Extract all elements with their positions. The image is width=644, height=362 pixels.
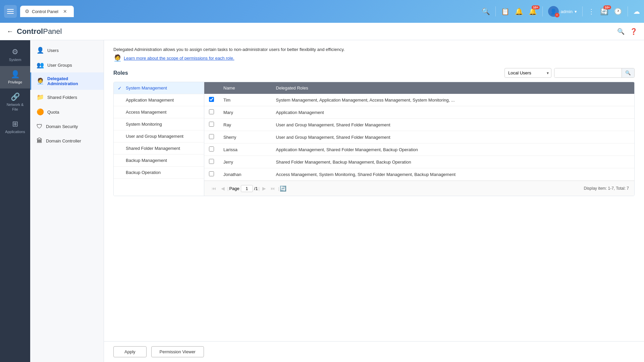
col-header-name: Name xyxy=(219,82,271,94)
permission-viewer-button[interactable]: Permission Viewer xyxy=(151,346,204,357)
history-button[interactable]: 🔔 xyxy=(515,7,523,15)
roles-header: Roles Local Users Domain Users ▾ 🔍 xyxy=(113,68,635,78)
system-icon: ⚙ xyxy=(12,48,18,56)
admin-button[interactable]: 👤 + admin ▾ xyxy=(548,6,577,17)
subsidebar-label-sharedfolders: Shared Folders xyxy=(47,95,77,100)
row-roles: System Management, Application Managemen… xyxy=(271,94,634,106)
sidebar-item-network[interactable]: 🔗 Network &File xyxy=(0,88,30,115)
prev-page-button[interactable]: ◀ xyxy=(219,184,227,192)
role-item-access-mgmt[interactable]: Access Management xyxy=(114,106,204,118)
role-item-backup-mgmt[interactable]: Backup Management xyxy=(114,155,204,167)
more-options-icon: ⋮ xyxy=(588,7,595,15)
cloud-button[interactable]: ☁ xyxy=(633,7,640,15)
row-roles: User and Group Management, Shared Folder… xyxy=(271,131,634,143)
role-item-user-group-mgmt[interactable]: User and Group Management xyxy=(114,130,204,142)
back-button[interactable]: ← xyxy=(7,27,13,35)
role-label-backup-mgmt: Backup Management xyxy=(126,158,167,163)
info-link[interactable]: Learn more about the scope of permission… xyxy=(124,56,234,61)
clock-button[interactable]: 🕐 xyxy=(614,7,622,15)
row-checkbox-5[interactable] xyxy=(209,146,214,152)
role-item-sys-mgmt[interactable]: ✓ System Management xyxy=(114,82,204,94)
sidebar-item-system[interactable]: ⚙ System xyxy=(0,44,30,66)
row-checkbox-7[interactable] xyxy=(209,171,214,176)
subsidebar-label-domaincontroller: Domain Controller xyxy=(46,138,81,143)
admin-plus-badge: + xyxy=(555,13,559,17)
bell-badge: 10+ xyxy=(532,5,539,9)
divider-3 xyxy=(582,6,583,16)
subsidebar-label-users: Users xyxy=(47,48,59,53)
row-checkbox-2[interactable] xyxy=(209,109,214,114)
top-bar-right: 🔍 📋 🔔 🔔 10+ 👤 + admin ▾ ⋮ 🔄 10+ xyxy=(482,6,640,17)
row-checkbox-6[interactable] xyxy=(209,159,214,164)
search-input[interactable] xyxy=(554,68,622,77)
sidebar-item-label-applications: Applications xyxy=(5,130,25,134)
row-roles: Application Management, Shared Folder Ma… xyxy=(271,143,634,156)
page-number-input[interactable] xyxy=(241,185,253,192)
row-checkbox-4[interactable] xyxy=(209,134,214,139)
sidebar-item-label-privilege: Privilege xyxy=(8,80,22,84)
row-checkbox-cell xyxy=(204,131,219,143)
tab-title: Control Panel xyxy=(32,9,58,14)
content-footer: Apply Permission Viewer xyxy=(104,341,644,362)
domaincontroller-icon: 🏛 xyxy=(37,137,43,144)
divider-2 xyxy=(542,6,543,16)
pagination: ⏮ ◀ | Page /1 | ▶ ⏭ | � xyxy=(204,181,634,196)
notification-button[interactable]: 🔔 10+ xyxy=(529,7,537,15)
info-text: Delegated Administration allows you to a… xyxy=(113,47,635,52)
role-label-backup-op: Backup Operation xyxy=(126,170,161,175)
row-name: Ray xyxy=(219,119,271,131)
row-name: Mary xyxy=(219,106,271,119)
role-item-shared-folder-mgmt[interactable]: Shared Folder Management xyxy=(114,142,204,155)
subsidebar-label-domainsecurity: Domain Security xyxy=(46,124,78,129)
roles-controls: Local Users Domain Users ▾ 🔍 xyxy=(504,68,635,78)
first-page-button[interactable]: ⏮ xyxy=(210,184,218,192)
subsidebar-item-users[interactable]: 👤 Users xyxy=(30,43,104,58)
next-page-button[interactable]: ▶ xyxy=(260,184,268,192)
sidebar: ⚙ System 👤 Privilege 🔗 Network &File ⊞ A… xyxy=(0,40,30,362)
pagination-left: ⏮ ◀ | Page /1 | ▶ ⏭ | � xyxy=(210,184,286,192)
sidebar-item-applications[interactable]: ⊞ Applications xyxy=(0,116,30,138)
role-item-app-mgmt[interactable]: Application Management xyxy=(114,94,204,106)
roles-split: ✓ System Management Application Manageme… xyxy=(113,82,635,196)
subsidebar-item-sharedfolders[interactable]: 📁 Shared Folders xyxy=(30,90,104,105)
search-button[interactable]: 🔍 xyxy=(482,7,490,15)
cloud-icon: ☁ xyxy=(633,7,640,15)
update-button[interactable]: 🔄 10+ xyxy=(600,7,608,15)
roles-title: Roles xyxy=(113,70,128,76)
search-box: 🔍 xyxy=(554,68,635,78)
table-row: Tim System Management, Application Manag… xyxy=(204,94,634,106)
search-submit-button[interactable]: 🔍 xyxy=(622,68,634,77)
sidebar-item-privilege[interactable]: 👤 Privilege xyxy=(0,66,30,88)
user-type-dropdown[interactable]: Local Users Domain Users xyxy=(504,68,551,78)
quota-icon: 🟠 xyxy=(37,108,44,116)
hamburger-button[interactable] xyxy=(4,5,17,18)
role-item-backup-op[interactable]: Backup Operation xyxy=(114,167,204,179)
row-checkbox-cell xyxy=(204,156,219,168)
topbar-search-button[interactable]: 🔍 xyxy=(617,28,625,35)
app-title: ControlPanel xyxy=(17,27,62,36)
content-inner: Delegated Administration allows you to a… xyxy=(104,40,644,341)
stacked-button[interactable]: 📋 xyxy=(501,7,509,15)
subsidebar-item-domaincontroller[interactable]: 🏛 Domain Controller xyxy=(30,134,104,148)
row-checkbox-1[interactable] xyxy=(209,97,214,102)
more-options-button[interactable]: ⋮ xyxy=(588,7,595,15)
tab-close-button[interactable]: ✕ xyxy=(63,9,67,14)
row-checkbox-3[interactable] xyxy=(209,122,214,127)
clock-icon: 🕐 xyxy=(614,7,622,15)
subsidebar-item-domainsecurity[interactable]: 🛡 Domain Security xyxy=(30,119,104,134)
users-table-wrap: Name Delegated Roles Tim System Manageme… xyxy=(204,82,634,196)
role-item-sys-monitor[interactable]: System Monitoring xyxy=(114,118,204,130)
subsidebar-item-delegated[interactable]: 🧑‍💼 Delegated Administration xyxy=(30,72,104,90)
subsidebar-item-quota[interactable]: 🟠 Quota xyxy=(30,105,104,119)
refresh-button[interactable]: 🔄 xyxy=(280,185,286,192)
help-button[interactable]: ❓ xyxy=(630,28,637,35)
divider-1 xyxy=(495,6,496,16)
admin-dropdown-icon: ▾ xyxy=(575,9,577,14)
apply-button[interactable]: Apply xyxy=(113,346,147,357)
usergroups-icon: 👥 xyxy=(37,61,44,69)
role-label-user-group-mgmt: User and Group Management xyxy=(126,134,183,139)
control-panel-tab[interactable]: ⚙ Control Panel ✕ xyxy=(20,6,74,17)
row-checkbox-cell xyxy=(204,119,219,131)
subsidebar-item-usergroups[interactable]: 👥 User Groups xyxy=(30,58,104,72)
last-page-button[interactable]: ⏭ xyxy=(269,184,277,192)
